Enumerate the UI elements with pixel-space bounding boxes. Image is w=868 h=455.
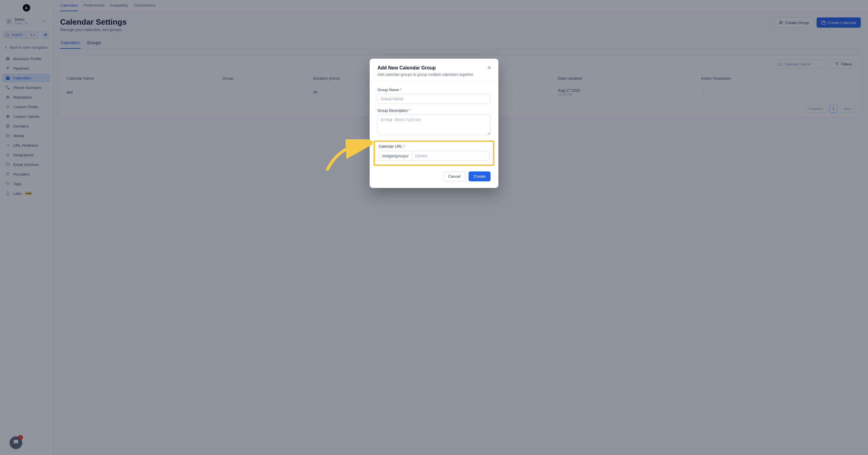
- modal-header: Add New Calendar Group Add calendar grou…: [370, 59, 498, 81]
- calendar-url-highlight: Calendar URL* /widget/groups/: [374, 141, 494, 166]
- modal-title: Add New Calendar Group: [377, 65, 491, 71]
- group-name-input[interactable]: [377, 94, 491, 104]
- calendar-url-prefix: /widget/groups/: [379, 151, 411, 161]
- modal-cancel-button[interactable]: Cancel: [443, 172, 466, 181]
- required-mark: *: [403, 144, 405, 149]
- group-name-label: Group Name*: [377, 88, 491, 92]
- field-group-name: Group Name*: [377, 88, 491, 104]
- app-root: A Demo Irvine, CA Search ⌘ K: [0, 0, 868, 455]
- modal-close-button[interactable]: [486, 65, 492, 71]
- annotation-arrow: [324, 139, 373, 172]
- required-mark: *: [400, 88, 402, 92]
- group-desc-textarea[interactable]: [377, 115, 491, 135]
- modal-footer: Cancel Create: [370, 166, 498, 188]
- modal-body: Group Name* Group Description* Calendar …: [370, 82, 498, 166]
- field-group-description: Group Description*: [377, 109, 491, 136]
- group-desc-label: Group Description*: [377, 109, 491, 113]
- modal-create-button[interactable]: Create: [469, 172, 491, 181]
- modal-subtitle: Add calendar groups to group multiple ca…: [377, 72, 491, 77]
- add-calendar-group-modal: Add New Calendar Group Add calendar grou…: [370, 59, 498, 188]
- calendar-url-row: /widget/groups/: [379, 151, 489, 161]
- calendar-url-label: Calendar URL*: [379, 144, 489, 149]
- required-mark: *: [409, 109, 410, 113]
- calendar-url-input[interactable]: [411, 151, 489, 161]
- close-icon: [487, 65, 492, 70]
- modal-overlay[interactable]: Add New Calendar Group Add calendar grou…: [0, 0, 868, 455]
